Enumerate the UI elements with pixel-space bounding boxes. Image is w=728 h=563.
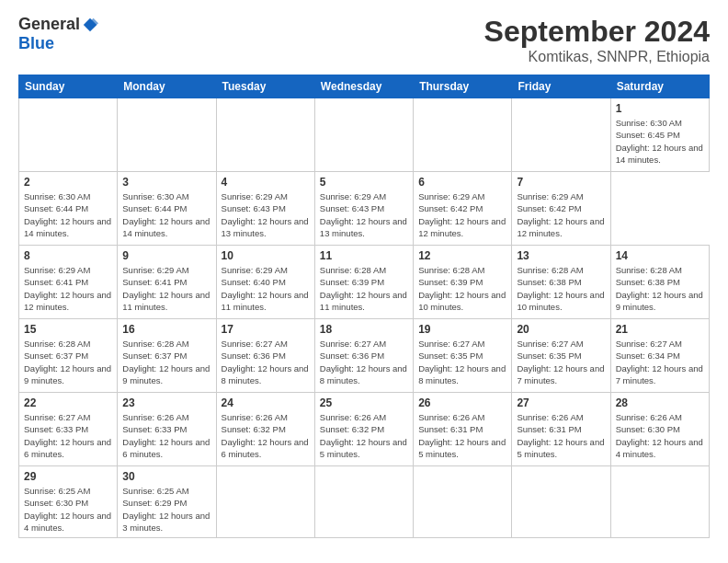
day-number: 25 — [320, 396, 408, 409]
col-thursday: Thursday — [414, 75, 512, 98]
table-row: 23Sunrise: 6:26 AMSunset: 6:33 PMDayligh… — [118, 393, 216, 466]
day-number: 27 — [517, 396, 605, 409]
day-number: 6 — [418, 176, 506, 189]
day-detail: Sunrise: 6:28 AMSunset: 6:39 PMDaylight:… — [320, 264, 408, 313]
day-number: 7 — [517, 176, 605, 189]
table-row: 26Sunrise: 6:26 AMSunset: 6:31 PMDayligh… — [414, 393, 512, 466]
day-number: 24 — [222, 396, 310, 409]
logo-icon — [82, 17, 98, 33]
empty-cell — [19, 98, 118, 172]
col-friday: Friday — [512, 75, 610, 98]
empty-cell — [314, 98, 413, 172]
day-number: 5 — [320, 176, 408, 189]
col-tuesday: Tuesday — [216, 75, 314, 98]
calendar-header-row: Sunday Monday Tuesday Wednesday Thursday… — [19, 75, 710, 98]
table-row: 1Sunrise: 6:30 AMSunset: 6:45 PMDaylight… — [610, 98, 709, 172]
day-detail: Sunrise: 6:26 AMSunset: 6:32 PMDaylight:… — [222, 411, 310, 460]
day-number: 4 — [222, 176, 310, 189]
day-detail: Sunrise: 6:26 AMSunset: 6:30 PMDaylight:… — [616, 411, 704, 460]
day-detail: Sunrise: 6:26 AMSunset: 6:32 PMDaylight:… — [320, 411, 408, 460]
day-detail: Sunrise: 6:27 AMSunset: 6:36 PMDaylight:… — [320, 338, 408, 386]
calendar-table: Sunday Monday Tuesday Wednesday Thursday… — [18, 75, 710, 538]
day-detail: Sunrise: 6:28 AMSunset: 6:38 PMDaylight:… — [517, 264, 605, 313]
table-row: 24Sunrise: 6:26 AMSunset: 6:32 PMDayligh… — [216, 393, 314, 466]
day-number: 26 — [418, 396, 506, 409]
day-detail: Sunrise: 6:27 AMSunset: 6:33 PMDaylight:… — [24, 411, 112, 460]
day-detail: Sunrise: 6:29 AMSunset: 6:42 PMDaylight:… — [418, 190, 506, 239]
day-number: 3 — [122, 176, 210, 189]
day-detail: Sunrise: 6:26 AMSunset: 6:31 PMDaylight:… — [418, 411, 506, 460]
table-row: 13Sunrise: 6:28 AMSunset: 6:38 PMDayligh… — [512, 246, 610, 319]
day-detail: Sunrise: 6:28 AMSunset: 6:38 PMDaylight:… — [616, 264, 704, 313]
table-row: 29Sunrise: 6:25 AMSunset: 6:30 PMDayligh… — [19, 466, 118, 538]
empty-cell — [512, 466, 610, 538]
title-section: September 2024 Komtikas, SNNPR, Ethiopia — [484, 15, 710, 65]
table-row: 15Sunrise: 6:28 AMSunset: 6:37 PMDayligh… — [19, 319, 118, 393]
table-row: 21Sunrise: 6:27 AMSunset: 6:34 PMDayligh… — [610, 319, 709, 393]
table-row: 25Sunrise: 6:26 AMSunset: 6:32 PMDayligh… — [314, 393, 413, 466]
month-title: September 2024 — [484, 15, 710, 49]
day-number: 2 — [24, 176, 112, 189]
empty-cell — [414, 466, 512, 538]
table-row: 14Sunrise: 6:28 AMSunset: 6:38 PMDayligh… — [610, 246, 709, 319]
table-row: 5Sunrise: 6:29 AMSunset: 6:43 PMDaylight… — [314, 172, 413, 246]
calendar-week-row: 2Sunrise: 6:30 AMSunset: 6:44 PMDaylight… — [19, 172, 710, 246]
day-detail: Sunrise: 6:27 AMSunset: 6:35 PMDaylight:… — [418, 338, 506, 386]
table-row: 17Sunrise: 6:27 AMSunset: 6:36 PMDayligh… — [216, 319, 314, 393]
col-sunday: Sunday — [19, 75, 118, 98]
empty-cell — [118, 98, 216, 172]
table-row: 10Sunrise: 6:29 AMSunset: 6:40 PMDayligh… — [216, 246, 314, 319]
table-row: 11Sunrise: 6:28 AMSunset: 6:39 PMDayligh… — [314, 246, 413, 319]
logo-general-text: General — [18, 15, 80, 34]
day-detail: Sunrise: 6:29 AMSunset: 6:41 PMDaylight:… — [24, 264, 112, 313]
day-detail: Sunrise: 6:29 AMSunset: 6:43 PMDaylight:… — [320, 190, 408, 239]
table-row: 16Sunrise: 6:28 AMSunset: 6:37 PMDayligh… — [118, 319, 216, 393]
day-number: 17 — [222, 323, 310, 336]
day-number: 20 — [517, 323, 605, 336]
logo: General Blue — [18, 15, 98, 53]
day-number: 15 — [24, 323, 112, 336]
empty-cell — [610, 466, 709, 538]
table-row: 7Sunrise: 6:29 AMSunset: 6:42 PMDaylight… — [512, 172, 610, 246]
table-row: 27Sunrise: 6:26 AMSunset: 6:31 PMDayligh… — [512, 393, 610, 466]
day-detail: Sunrise: 6:27 AMSunset: 6:35 PMDaylight:… — [517, 338, 605, 386]
calendar-week-row: 29Sunrise: 6:25 AMSunset: 6:30 PMDayligh… — [19, 466, 710, 538]
table-row: 2Sunrise: 6:30 AMSunset: 6:44 PMDaylight… — [19, 172, 118, 246]
table-row: 3Sunrise: 6:30 AMSunset: 6:44 PMDaylight… — [118, 172, 216, 246]
day-number: 1 — [616, 102, 704, 115]
table-row: 30Sunrise: 6:25 AMSunset: 6:29 PMDayligh… — [118, 466, 216, 538]
col-saturday: Saturday — [610, 75, 709, 98]
calendar-week-row: 15Sunrise: 6:28 AMSunset: 6:37 PMDayligh… — [19, 319, 710, 393]
table-row: 9Sunrise: 6:29 AMSunset: 6:41 PMDaylight… — [118, 246, 216, 319]
empty-cell — [414, 98, 512, 172]
day-number: 18 — [320, 323, 408, 336]
empty-cell — [314, 466, 413, 538]
day-detail: Sunrise: 6:26 AMSunset: 6:33 PMDaylight:… — [122, 411, 210, 460]
day-number: 11 — [320, 249, 408, 262]
table-row: 8Sunrise: 6:29 AMSunset: 6:41 PMDaylight… — [19, 246, 118, 319]
day-detail: Sunrise: 6:28 AMSunset: 6:37 PMDaylight:… — [24, 338, 112, 386]
header: General Blue September 2024 Komtikas, SN… — [18, 15, 710, 65]
day-number: 13 — [517, 249, 605, 262]
day-detail: Sunrise: 6:26 AMSunset: 6:31 PMDaylight:… — [517, 411, 605, 460]
day-number: 30 — [122, 470, 210, 483]
table-row: 20Sunrise: 6:27 AMSunset: 6:35 PMDayligh… — [512, 319, 610, 393]
day-detail: Sunrise: 6:30 AMSunset: 6:45 PMDaylight:… — [616, 117, 704, 166]
day-detail: Sunrise: 6:29 AMSunset: 6:42 PMDaylight:… — [517, 190, 605, 239]
logo-blue-text: Blue — [18, 34, 54, 53]
day-detail: Sunrise: 6:27 AMSunset: 6:36 PMDaylight:… — [222, 338, 310, 386]
table-row: 6Sunrise: 6:29 AMSunset: 6:42 PMDaylight… — [414, 172, 512, 246]
col-wednesday: Wednesday — [314, 75, 413, 98]
day-number: 19 — [418, 323, 506, 336]
table-row: 28Sunrise: 6:26 AMSunset: 6:30 PMDayligh… — [610, 393, 709, 466]
day-number: 12 — [418, 249, 506, 262]
day-detail: Sunrise: 6:25 AMSunset: 6:29 PMDaylight:… — [122, 485, 210, 534]
day-number: 23 — [122, 396, 210, 409]
day-number: 14 — [616, 249, 704, 262]
day-number: 22 — [24, 396, 112, 409]
day-detail: Sunrise: 6:28 AMSunset: 6:39 PMDaylight:… — [418, 264, 506, 313]
empty-cell — [216, 98, 314, 172]
table-row: 12Sunrise: 6:28 AMSunset: 6:39 PMDayligh… — [414, 246, 512, 319]
page: General Blue September 2024 Komtikas, SN… — [0, 0, 728, 563]
location-subtitle: Komtikas, SNNPR, Ethiopia — [484, 49, 710, 65]
